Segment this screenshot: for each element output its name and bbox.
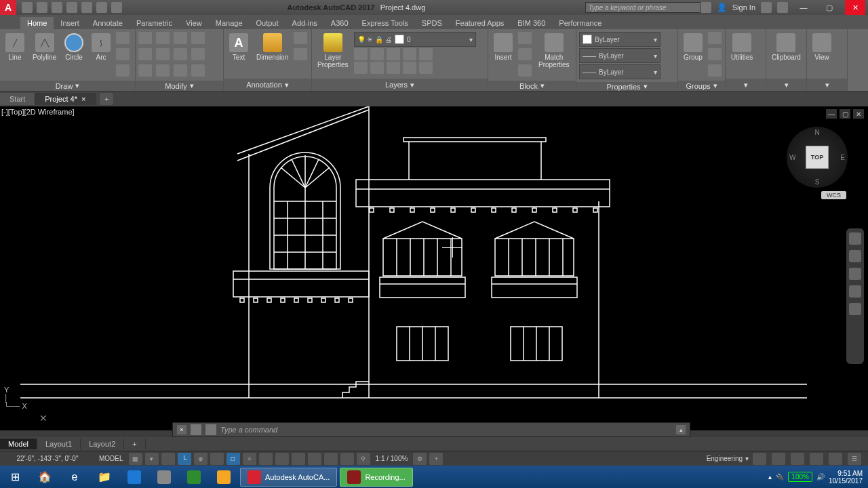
tab-express[interactable]: Express Tools xyxy=(355,17,415,29)
erase-icon[interactable] xyxy=(191,32,205,44)
command-line[interactable]: × Type a command ▴ xyxy=(172,422,690,437)
explode-icon[interactable] xyxy=(191,48,205,60)
home-icon[interactable]: 🏠 xyxy=(30,466,60,488)
ie-icon[interactable]: e xyxy=(60,466,90,488)
tab-project4[interactable]: Project 4*× xyxy=(35,93,96,105)
utilities-button[interactable]: Utilities xyxy=(728,32,755,62)
infer-icon[interactable] xyxy=(161,453,175,465)
line-button[interactable]: ╱Line xyxy=(3,32,27,62)
layerunlock-icon[interactable] xyxy=(403,62,416,74)
gizmo-icon[interactable] xyxy=(340,453,354,465)
layout-model[interactable]: Model xyxy=(0,439,37,449)
panel-block-title[interactable]: Block ▾ xyxy=(488,81,576,91)
tray-up-icon[interactable]: ▴ xyxy=(768,473,772,481)
layer-combo[interactable]: 💡 ☀ 🔒 🖨 0▾ xyxy=(354,32,476,47)
panel-clipboard-title[interactable]: ▾ xyxy=(766,79,806,91)
insert-button[interactable]: Insert xyxy=(491,32,515,62)
tab-output[interactable]: Output xyxy=(250,17,285,29)
polyline-button[interactable]: ╱╲Polyline xyxy=(30,32,59,62)
layer-properties-button[interactable]: Layer Properties xyxy=(315,32,351,70)
save-icon[interactable] xyxy=(52,2,62,13)
hatch-icon[interactable] xyxy=(116,48,130,60)
start-button[interactable]: ⊞ xyxy=(0,466,30,488)
layout-plus[interactable]: + xyxy=(124,439,145,449)
minimize-button[interactable]: — xyxy=(793,0,814,15)
tab-annotate[interactable]: Annotate xyxy=(86,17,130,29)
power-icon[interactable]: 🔌 xyxy=(776,473,784,481)
layeruniso-icon[interactable] xyxy=(370,62,384,74)
tab-manage[interactable]: Manage xyxy=(209,17,250,29)
dynucs-icon[interactable] xyxy=(308,453,321,465)
app-logo[interactable]: A xyxy=(0,0,16,15)
open-icon[interactable] xyxy=(37,2,47,13)
panel-groups-title[interactable]: Groups ▾ xyxy=(678,81,725,91)
create-block-icon[interactable] xyxy=(518,32,532,44)
print-icon[interactable] xyxy=(81,2,92,13)
tab-insert[interactable]: Insert xyxy=(54,17,86,29)
view-button[interactable]: View xyxy=(810,32,834,62)
coordinates-readout[interactable]: 22'-6", -143'-3", 0'-0" xyxy=(0,455,95,462)
layerlock-icon[interactable] xyxy=(403,48,416,60)
mirror-icon[interactable] xyxy=(156,48,170,60)
media-icon[interactable] xyxy=(209,466,239,488)
clock[interactable]: 9:51 AM 10/15/2017 xyxy=(829,470,863,485)
arc-button[interactable]: ⟆Arc xyxy=(89,32,113,62)
osnap-icon[interactable]: □ xyxy=(226,453,240,465)
layeron-icon[interactable] xyxy=(354,62,368,74)
isodraft-icon[interactable] xyxy=(210,453,224,465)
ortho-icon[interactable]: └ xyxy=(178,453,191,465)
cleanscreen-icon[interactable] xyxy=(829,453,842,465)
signin-icon[interactable]: 👤 xyxy=(717,3,727,12)
lineweight-icon[interactable]: ≡ xyxy=(243,453,256,465)
layeriso-icon[interactable] xyxy=(370,48,384,60)
text-button[interactable]: AText xyxy=(226,32,251,62)
panel-view-title[interactable]: ▾ xyxy=(807,79,847,91)
maximize-button[interactable]: ▢ xyxy=(819,0,840,15)
selcycle-icon[interactable] xyxy=(275,453,289,465)
layercur-icon[interactable] xyxy=(419,62,433,74)
array-icon[interactable] xyxy=(174,64,187,77)
panel-properties-title[interactable]: Properties ▾ xyxy=(576,82,677,91)
command-input[interactable]: Type a command xyxy=(220,426,672,434)
grid-icon[interactable]: ▦ xyxy=(129,453,142,465)
tab-spds[interactable]: SPDS xyxy=(415,17,449,29)
snapmode-icon[interactable]: ▾ xyxy=(145,453,159,465)
custom-icon[interactable]: ☰ xyxy=(848,453,861,465)
match-properties-button[interactable]: Match Properties xyxy=(536,32,572,70)
trim-icon[interactable] xyxy=(174,32,187,44)
circle-button[interactable]: Circle xyxy=(62,32,86,62)
battery-icon[interactable]: 100% xyxy=(788,472,812,482)
annomon-icon[interactable]: ⚲ xyxy=(357,453,370,465)
tab-featured[interactable]: Featured Apps xyxy=(449,17,511,29)
offset-icon[interactable] xyxy=(191,64,205,77)
copy-icon[interactable] xyxy=(138,48,152,60)
panel-utilities-title[interactable]: ▾ xyxy=(726,79,766,91)
undo-icon[interactable] xyxy=(96,2,107,13)
layerfrz-icon[interactable] xyxy=(387,48,400,60)
isolate-icon[interactable] xyxy=(791,453,804,465)
leader-icon[interactable] xyxy=(294,32,307,44)
store-icon[interactable] xyxy=(179,466,209,488)
sign-in-button[interactable]: Sign In xyxy=(732,3,755,12)
groupbb-icon[interactable] xyxy=(708,64,722,77)
tab-a360[interactable]: A360 xyxy=(324,17,355,29)
attr-icon[interactable] xyxy=(518,64,532,77)
taskbar-recording[interactable]: Recording... xyxy=(340,468,412,487)
infocenter-search[interactable]: Type a keyword or phrase xyxy=(585,2,701,13)
dimension-button[interactable]: Dimension xyxy=(254,32,291,62)
group-button[interactable]: Group xyxy=(681,32,705,62)
3dosnap-icon[interactable] xyxy=(292,453,305,465)
tab-performance[interactable]: Performance xyxy=(552,17,608,29)
sound-icon[interactable]: 🔊 xyxy=(816,473,825,481)
cmd-recent-icon[interactable] xyxy=(191,424,201,435)
addscale-icon[interactable]: + xyxy=(429,453,443,465)
edge-icon[interactable] xyxy=(119,466,149,488)
move-icon[interactable] xyxy=(138,32,152,44)
tab-bim360[interactable]: BIM 360 xyxy=(511,17,552,29)
table-icon[interactable] xyxy=(294,48,307,60)
tab-home[interactable]: Home xyxy=(20,17,54,29)
tab-addins[interactable]: Add-ins xyxy=(285,17,324,29)
panel-annotation-title[interactable]: Annotation ▾ xyxy=(224,79,311,91)
hwaccel-icon[interactable] xyxy=(810,453,823,465)
panel-layers-title[interactable]: Layers ▾ xyxy=(312,79,488,91)
